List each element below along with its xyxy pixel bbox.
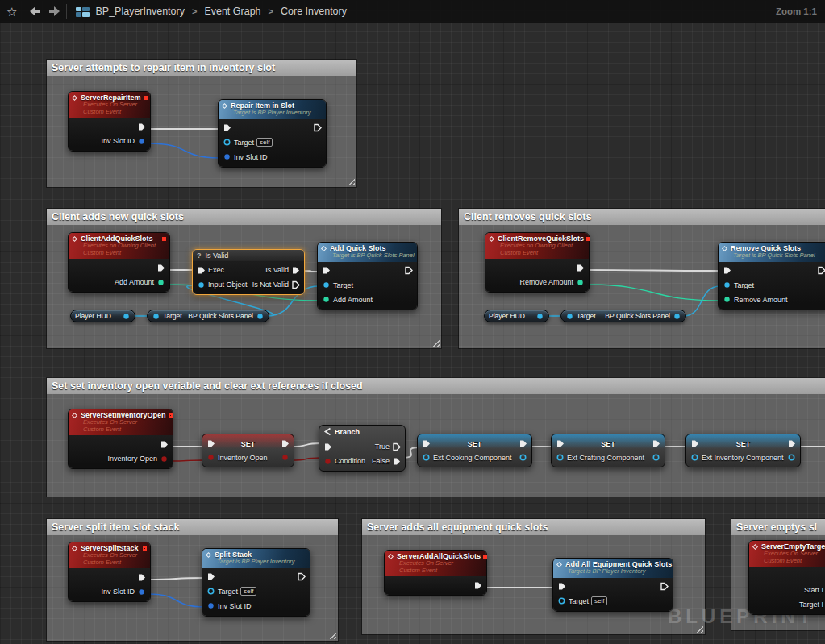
exec-pin[interactable]	[817, 266, 825, 275]
event-node[interactable]: ServerSetInventoryOpenExecutes On Server…	[68, 409, 173, 469]
exec-pin[interactable]	[313, 123, 322, 132]
favorite-star-icon[interactable]: ☆	[6, 6, 17, 18]
data-pin[interactable]	[137, 588, 146, 596]
data-pin[interactable]	[197, 280, 206, 289]
exec-pin[interactable]	[404, 266, 413, 275]
event-node[interactable]: ClientAddQuickSlotsExecutes on Owning Cl…	[68, 232, 170, 293]
variable-get-node[interactable]: Player HUD	[484, 310, 549, 322]
data-pin[interactable]	[652, 453, 660, 462]
macro-node[interactable]: ?Is ValidExecIs ValidInput ObjectIs Not …	[192, 249, 305, 295]
data-pin[interactable]	[519, 453, 527, 462]
exec-pin[interactable]	[556, 439, 565, 448]
exec-pin[interactable]	[223, 123, 231, 132]
set-node[interactable]: SETInventory Open	[202, 434, 294, 467]
set-node[interactable]: SETExt Cooking Component	[417, 434, 532, 467]
exec-pin[interactable]	[660, 582, 669, 591]
data-pin[interactable]	[557, 596, 566, 605]
graph-canvas[interactable]: ☆ BP_PlayerInventory > Event Graph > Cor…	[0, 0, 825, 644]
function-node[interactable]: Add All Equipment Quick SlotsTarget is B…	[552, 558, 673, 612]
data-pin[interactable]	[223, 152, 231, 161]
variable-get-node[interactable]: TargetBP Quick Slots Panel	[560, 310, 686, 322]
data-pin[interactable]	[156, 278, 165, 287]
variable-get-node[interactable]: TargetBP Quick Slots Panel	[147, 310, 269, 322]
node-header: ClientAddQuickSlotsExecutes on Owning Cl…	[69, 233, 169, 259]
data-pin[interactable]	[576, 278, 585, 287]
data-pin[interactable]	[223, 138, 231, 147]
data-pin[interactable]	[206, 587, 215, 596]
data-pin[interactable]	[256, 312, 265, 321]
exec-pin[interactable]	[322, 266, 331, 275]
comment-header[interactable]: Client removes quick slots	[459, 209, 825, 225]
exec-pin[interactable]	[473, 581, 482, 590]
exec-pin[interactable]	[297, 572, 306, 581]
exec-pin[interactable]	[519, 439, 527, 448]
function-node[interactable]: Repair Item in SlotTarget is BP Player I…	[218, 99, 327, 168]
exec-pin[interactable]	[323, 442, 332, 451]
comment-header[interactable]: Server split item slot stack	[47, 519, 338, 535]
breadcrumb-item-graph[interactable]: Event Graph	[204, 6, 260, 17]
exec-pin[interactable]	[392, 442, 401, 451]
data-pin[interactable]	[206, 453, 215, 462]
data-pin[interactable]	[556, 453, 565, 462]
event-node[interactable]: ClientRemoveQuickSlotsExecutes on Owning…	[485, 232, 590, 293]
exec-pin[interactable]	[576, 264, 585, 272]
nav-forward-button[interactable]	[48, 6, 60, 17]
exec-pin[interactable]	[787, 439, 796, 448]
exec-pin[interactable]	[557, 582, 566, 591]
exec-pin[interactable]	[160, 440, 169, 449]
pin-default-value[interactable]: self	[591, 596, 607, 605]
branch-node[interactable]: BranchTrueConditionFalse	[319, 425, 406, 472]
data-pin[interactable]	[160, 455, 169, 463]
exec-pin[interactable]	[723, 266, 731, 275]
nav-back-button[interactable]	[29, 6, 42, 17]
data-pin[interactable]	[122, 312, 131, 321]
set-node[interactable]: SETExt Inventory Component	[685, 434, 801, 467]
data-pin[interactable]	[323, 457, 332, 466]
data-pin[interactable]	[535, 312, 544, 321]
exec-pin[interactable]	[156, 264, 165, 272]
set-node[interactable]: SETExt Crafting Component	[551, 434, 665, 467]
pin-default-value[interactable]: self	[240, 587, 256, 596]
breadcrumb-item-subgraph[interactable]: Core Inventory	[281, 6, 347, 17]
comment-header[interactable]: Server attempts to repair item in invent…	[47, 60, 356, 76]
data-pin[interactable]	[206, 601, 215, 610]
breadcrumb-item-asset[interactable]: BP_PlayerInventory	[95, 6, 184, 17]
exec-pin[interactable]	[281, 439, 290, 448]
variable-get-node[interactable]: Player HUD	[70, 310, 135, 322]
exec-pin[interactable]	[392, 457, 401, 466]
data-pin[interactable]	[723, 295, 731, 304]
exec-pin[interactable]	[291, 266, 300, 275]
exec-pin[interactable]	[206, 572, 215, 581]
data-pin[interactable]	[322, 280, 331, 289]
data-pin[interactable]	[723, 280, 731, 289]
data-pin[interactable]	[565, 312, 574, 321]
exec-pin[interactable]	[137, 573, 146, 582]
event-node[interactable]: ServerRepairItemExecutes On ServerCustom…	[68, 91, 151, 152]
event-node[interactable]: ServerSplitStackExecutes On ServerCustom…	[68, 542, 151, 602]
exec-pin[interactable]	[690, 439, 699, 448]
data-pin[interactable]	[322, 295, 331, 304]
data-pin[interactable]	[152, 312, 160, 321]
exec-pin[interactable]	[206, 439, 215, 448]
pin-default-value[interactable]: self	[256, 138, 273, 147]
function-node[interactable]: Remove Quick SlotsTarget is BP Quick Slo…	[718, 242, 825, 310]
data-pin[interactable]	[673, 312, 681, 321]
comment-header[interactable]: Set set inventory open veriable and clea…	[47, 378, 825, 394]
comment-header[interactable]: Client adds new quick slots	[47, 209, 441, 225]
data-pin[interactable]	[137, 137, 146, 146]
exec-pin[interactable]	[137, 123, 146, 131]
function-node[interactable]: Split StackTarget is BP Player Inventory…	[202, 548, 310, 617]
data-pin[interactable]	[281, 453, 290, 462]
comment-header[interactable]: Server adds all equipment quick slots	[362, 519, 705, 535]
exec-pin[interactable]	[197, 266, 206, 275]
exec-pin[interactable]	[422, 439, 431, 448]
exec-pin[interactable]	[652, 439, 660, 448]
function-node[interactable]: Add Quick SlotsTarget is BP Quick Slots …	[317, 242, 418, 310]
data-pin[interactable]	[690, 453, 699, 462]
data-pin[interactable]	[787, 453, 796, 462]
comment-header[interactable]: Server emptys sl	[731, 519, 825, 535]
exec-pin[interactable]	[291, 280, 300, 289]
event-node[interactable]: ServerAddAllQuickSlotsExecutes On Server…	[384, 550, 487, 596]
event-node[interactable]: ServerEmptyTargetInExecutes On ServerCus…	[748, 540, 825, 615]
data-pin[interactable]	[422, 453, 431, 462]
